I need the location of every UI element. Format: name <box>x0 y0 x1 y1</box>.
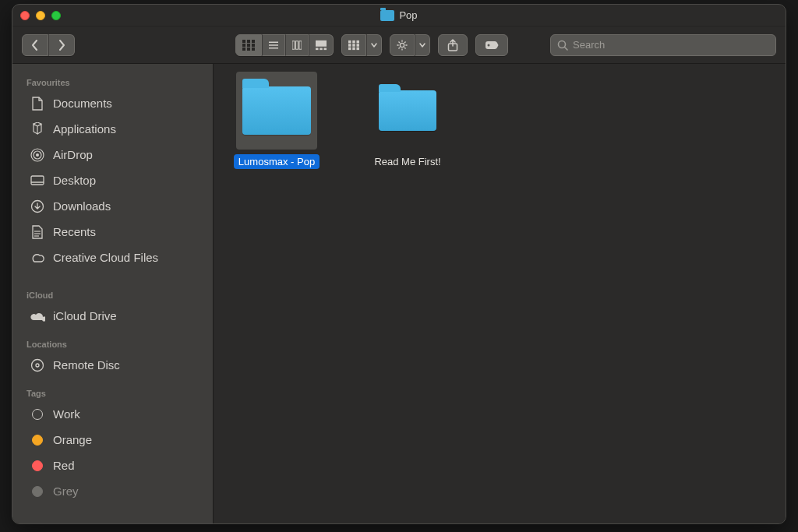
search-input[interactable] <box>573 39 769 51</box>
svg-rect-10 <box>269 44 278 46</box>
finder-window: Pop <box>12 4 786 524</box>
sidebar-item-label: Orange <box>53 433 92 446</box>
forward-button[interactable] <box>48 34 75 56</box>
sidebar-item-tag-orange[interactable]: Orange <box>12 427 213 453</box>
tag-dot-icon <box>30 407 45 422</box>
window-title: Pop <box>12 9 786 21</box>
content-area[interactable]: Lumosmax - Pop Read Me First! <box>214 64 786 523</box>
share-icon <box>447 39 458 51</box>
svg-rect-3 <box>242 44 245 47</box>
svg-rect-6 <box>242 48 245 51</box>
nav-buttons <box>22 34 75 56</box>
sidebar-item-recents[interactable]: Recents <box>12 219 213 245</box>
svg-rect-24 <box>357 44 360 47</box>
sidebar-item-icloud-drive[interactable]: iCloud Drive <box>12 303 213 329</box>
close-window-button[interactable] <box>20 11 30 20</box>
action-dropdown-button[interactable] <box>415 34 430 56</box>
svg-rect-17 <box>320 48 323 50</box>
sidebar-item-label: AirDrop <box>53 148 93 161</box>
sidebar-item-label: Creative Cloud Files <box>53 251 158 264</box>
sidebar-item-tag-grey[interactable]: Grey <box>12 478 213 504</box>
item-label: Lumosmax - Pop <box>234 154 320 169</box>
svg-rect-12 <box>292 41 295 49</box>
sidebar-item-remote-disc[interactable]: Remote Disc <box>12 352 213 378</box>
svg-rect-14 <box>299 41 302 49</box>
list-icon <box>269 40 278 51</box>
view-columns-button[interactable] <box>285 34 309 56</box>
tag-dot-icon <box>30 432 45 448</box>
svg-rect-20 <box>352 40 355 43</box>
disc-icon <box>30 358 45 373</box>
tags-button[interactable] <box>475 34 508 56</box>
svg-rect-11 <box>269 48 278 49</box>
folder-icon-box <box>236 72 317 150</box>
view-list-button[interactable] <box>262 34 285 56</box>
airdrop-icon <box>30 147 45 163</box>
desktop-icon <box>30 173 45 188</box>
sidebar-item-airdrop[interactable]: AirDrop <box>12 142 213 167</box>
folder-item[interactable]: Read Me First! <box>357 72 458 169</box>
search-field[interactable] <box>550 34 776 56</box>
back-button[interactable] <box>22 34 48 56</box>
svg-rect-2 <box>252 40 255 43</box>
svg-line-36 <box>404 41 406 43</box>
arrange-button[interactable] <box>341 34 366 56</box>
view-gallery-button[interactable] <box>309 34 334 56</box>
svg-point-38 <box>488 44 490 46</box>
tag-dot-icon <box>30 458 45 474</box>
sidebar-item-label: Remote Disc <box>53 358 120 372</box>
minimize-window-button[interactable] <box>36 11 45 20</box>
svg-rect-22 <box>348 44 351 47</box>
view-icons-button[interactable] <box>235 34 262 56</box>
svg-line-33 <box>398 41 400 43</box>
sidebar-item-desktop[interactable]: Desktop <box>12 167 213 193</box>
svg-rect-16 <box>316 48 319 50</box>
gear-icon <box>397 39 408 51</box>
sidebar-item-downloads[interactable]: Downloads <box>12 193 213 219</box>
svg-rect-8 <box>252 48 255 51</box>
sidebar-item-label: Desktop <box>53 174 96 187</box>
svg-rect-0 <box>242 40 245 43</box>
sidebar-item-label: Recents <box>53 225 96 238</box>
svg-line-40 <box>565 47 568 50</box>
svg-rect-26 <box>352 47 355 50</box>
folder-icon <box>242 86 311 135</box>
svg-line-34 <box>404 47 406 48</box>
window-controls <box>20 11 61 20</box>
document-icon <box>30 96 45 111</box>
grid-icon <box>348 40 359 51</box>
applications-icon <box>30 122 45 137</box>
tag-dot-icon <box>30 484 45 499</box>
chevron-left-icon <box>31 40 39 51</box>
svg-point-28 <box>400 43 404 47</box>
columns-icon <box>292 40 302 51</box>
fullscreen-window-button[interactable] <box>51 11 61 20</box>
svg-rect-7 <box>247 48 250 51</box>
arrange-dropdown-button[interactable] <box>366 34 382 56</box>
sidebar-item-tag-red[interactable]: Red <box>12 453 213 478</box>
window-body: Favourites Documents Applications AirDro… <box>12 64 786 523</box>
action-group <box>390 34 430 56</box>
sidebar-item-creative-cloud[interactable]: Creative Cloud Files <box>12 245 213 270</box>
folder-icon-box <box>367 72 448 150</box>
sidebar-item-applications[interactable]: Applications <box>12 116 213 142</box>
sidebar-item-label: Work <box>53 407 80 421</box>
svg-rect-23 <box>352 44 355 47</box>
share-button[interactable] <box>438 34 468 56</box>
sidebar-item-label: Applications <box>53 122 116 136</box>
svg-rect-21 <box>357 40 360 43</box>
section-header-tags: Tags <box>12 382 213 401</box>
svg-rect-9 <box>269 41 278 43</box>
sidebar-item-tag-work[interactable]: Work <box>12 401 213 427</box>
svg-rect-27 <box>357 47 360 50</box>
sidebar-item-label: Downloads <box>53 199 111 213</box>
sidebar-item-documents[interactable]: Documents <box>12 90 213 116</box>
sidebar: Favourites Documents Applications AirDro… <box>12 64 214 523</box>
svg-rect-4 <box>247 44 250 47</box>
folder-item[interactable]: Lumosmax - Pop <box>226 72 327 169</box>
svg-rect-18 <box>324 48 327 50</box>
svg-rect-25 <box>348 47 351 50</box>
action-button[interactable] <box>390 34 415 56</box>
sidebar-item-label: Grey <box>53 484 79 498</box>
recents-icon <box>30 224 45 240</box>
